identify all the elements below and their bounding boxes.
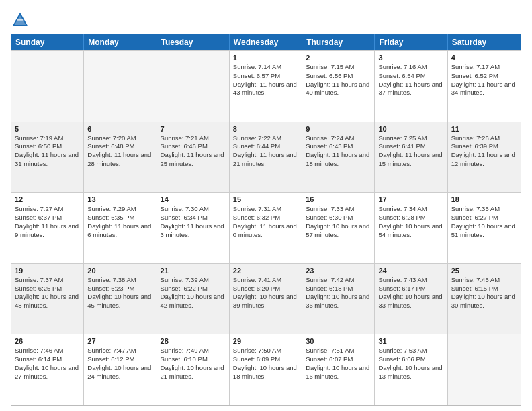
calendar: SundayMondayTuesdayWednesdayThursdayFrid… <box>11 34 521 406</box>
calendar-cell: 6Sunrise: 7:20 AM Sunset: 6:48 PM Daylig… <box>84 122 157 193</box>
calendar-cell: 15Sunrise: 7:31 AM Sunset: 6:32 PM Dayli… <box>230 193 302 263</box>
calendar-cell: 13Sunrise: 7:29 AM Sunset: 6:35 PM Dayli… <box>84 193 157 263</box>
calendar-cell: 24Sunrise: 7:43 AM Sunset: 6:17 PM Dayli… <box>375 264 447 334</box>
day-info: Sunrise: 7:31 AM Sunset: 6:32 PM Dayligh… <box>233 205 298 239</box>
day-number: 28 <box>161 337 226 345</box>
calendar-row-3: 19Sunrise: 7:37 AM Sunset: 6:25 PM Dayli… <box>11 263 521 334</box>
header-cell-saturday: Saturday <box>448 34 521 50</box>
day-number: 16 <box>306 195 371 203</box>
header-cell-friday: Friday <box>375 34 447 50</box>
day-number: 5 <box>15 125 80 133</box>
day-number: 3 <box>378 54 443 62</box>
day-number: 9 <box>306 125 371 133</box>
day-number: 31 <box>378 337 443 345</box>
day-info: Sunrise: 7:29 AM Sunset: 6:35 PM Dayligh… <box>87 205 152 239</box>
svg-rect-2 <box>17 19 23 21</box>
day-number: 23 <box>306 267 371 275</box>
day-info: Sunrise: 7:51 AM Sunset: 6:07 PM Dayligh… <box>306 347 371 381</box>
calendar-cell <box>448 334 521 405</box>
day-number: 7 <box>161 125 226 133</box>
day-number: 25 <box>451 267 517 275</box>
day-number: 2 <box>306 54 371 62</box>
calendar-row-4: 26Sunrise: 7:46 AM Sunset: 6:14 PM Dayli… <box>11 334 521 405</box>
day-info: Sunrise: 7:46 AM Sunset: 6:14 PM Dayligh… <box>15 347 80 381</box>
day-number: 27 <box>87 337 152 345</box>
calendar-row-1: 5Sunrise: 7:19 AM Sunset: 6:50 PM Daylig… <box>11 122 521 193</box>
day-number: 18 <box>451 195 517 203</box>
calendar-cell: 28Sunrise: 7:49 AM Sunset: 6:10 PM Dayli… <box>157 334 230 405</box>
calendar-cell: 19Sunrise: 7:37 AM Sunset: 6:25 PM Dayli… <box>11 264 84 334</box>
day-number: 17 <box>378 195 443 203</box>
calendar-row-0: 1Sunrise: 7:14 AM Sunset: 6:57 PM Daylig… <box>11 50 521 122</box>
day-number: 10 <box>378 125 443 133</box>
day-info: Sunrise: 7:27 AM Sunset: 6:37 PM Dayligh… <box>15 205 80 239</box>
day-number: 8 <box>233 125 298 133</box>
calendar-cell: 3Sunrise: 7:16 AM Sunset: 6:54 PM Daylig… <box>375 51 447 122</box>
day-info: Sunrise: 7:35 AM Sunset: 6:27 PM Dayligh… <box>451 205 517 239</box>
header-cell-thursday: Thursday <box>302 34 375 50</box>
day-number: 22 <box>233 267 298 275</box>
header <box>11 8 521 30</box>
calendar-cell: 2Sunrise: 7:15 AM Sunset: 6:56 PM Daylig… <box>302 51 375 122</box>
day-number: 1 <box>233 54 298 62</box>
day-info: Sunrise: 7:21 AM Sunset: 6:46 PM Dayligh… <box>161 134 226 169</box>
calendar-cell: 26Sunrise: 7:46 AM Sunset: 6:14 PM Dayli… <box>11 334 84 405</box>
day-number: 19 <box>15 267 80 275</box>
calendar-cell: 21Sunrise: 7:39 AM Sunset: 6:22 PM Dayli… <box>157 264 230 334</box>
calendar-cell: 17Sunrise: 7:34 AM Sunset: 6:28 PM Dayli… <box>375 193 447 263</box>
day-number: 4 <box>451 54 517 62</box>
calendar-cell: 18Sunrise: 7:35 AM Sunset: 6:27 PM Dayli… <box>448 193 521 263</box>
calendar-cell: 30Sunrise: 7:51 AM Sunset: 6:07 PM Dayli… <box>302 334 375 405</box>
header-cell-tuesday: Tuesday <box>157 34 230 50</box>
day-info: Sunrise: 7:26 AM Sunset: 6:39 PM Dayligh… <box>451 134 517 169</box>
day-number: 20 <box>87 267 152 275</box>
calendar-cell: 11Sunrise: 7:26 AM Sunset: 6:39 PM Dayli… <box>448 122 521 193</box>
calendar-cell: 31Sunrise: 7:53 AM Sunset: 6:06 PM Dayli… <box>375 334 447 405</box>
day-number: 29 <box>233 337 298 345</box>
day-number: 13 <box>87 195 152 203</box>
logo <box>11 11 31 30</box>
calendar-cell: 5Sunrise: 7:19 AM Sunset: 6:50 PM Daylig… <box>11 122 84 193</box>
day-info: Sunrise: 7:49 AM Sunset: 6:10 PM Dayligh… <box>161 347 226 381</box>
day-info: Sunrise: 7:41 AM Sunset: 6:20 PM Dayligh… <box>233 276 298 310</box>
day-number: 30 <box>306 337 371 345</box>
page: SundayMondayTuesdayWednesdayThursdayFrid… <box>0 0 532 411</box>
day-info: Sunrise: 7:45 AM Sunset: 6:15 PM Dayligh… <box>451 276 517 310</box>
day-number: 15 <box>233 195 298 203</box>
day-info: Sunrise: 7:30 AM Sunset: 6:34 PM Dayligh… <box>161 205 226 239</box>
day-info: Sunrise: 7:33 AM Sunset: 6:30 PM Dayligh… <box>306 205 371 239</box>
calendar-cell: 20Sunrise: 7:38 AM Sunset: 6:23 PM Dayli… <box>84 264 157 334</box>
calendar-cell: 12Sunrise: 7:27 AM Sunset: 6:37 PM Dayli… <box>11 193 84 263</box>
day-number: 6 <box>87 125 152 133</box>
calendar-cell: 27Sunrise: 7:47 AM Sunset: 6:12 PM Dayli… <box>84 334 157 405</box>
calendar-cell: 8Sunrise: 7:22 AM Sunset: 6:44 PM Daylig… <box>230 122 302 193</box>
day-info: Sunrise: 7:15 AM Sunset: 6:56 PM Dayligh… <box>306 63 371 97</box>
day-info: Sunrise: 7:17 AM Sunset: 6:52 PM Dayligh… <box>451 63 517 97</box>
day-info: Sunrise: 7:20 AM Sunset: 6:48 PM Dayligh… <box>87 134 152 169</box>
calendar-cell: 25Sunrise: 7:45 AM Sunset: 6:15 PM Dayli… <box>448 264 521 334</box>
calendar-cell: 14Sunrise: 7:30 AM Sunset: 6:34 PM Dayli… <box>157 193 230 263</box>
day-info: Sunrise: 7:16 AM Sunset: 6:54 PM Dayligh… <box>378 63 443 97</box>
day-number: 24 <box>378 267 443 275</box>
calendar-cell: 29Sunrise: 7:50 AM Sunset: 6:09 PM Dayli… <box>230 334 302 405</box>
calendar-cell: 9Sunrise: 7:24 AM Sunset: 6:43 PM Daylig… <box>302 122 375 193</box>
day-info: Sunrise: 7:14 AM Sunset: 6:57 PM Dayligh… <box>233 63 298 97</box>
calendar-cell: 7Sunrise: 7:21 AM Sunset: 6:46 PM Daylig… <box>157 122 230 193</box>
calendar-header-row: SundayMondayTuesdayWednesdayThursdayFrid… <box>11 34 521 50</box>
day-info: Sunrise: 7:43 AM Sunset: 6:17 PM Dayligh… <box>378 276 443 310</box>
calendar-body: 1Sunrise: 7:14 AM Sunset: 6:57 PM Daylig… <box>11 50 521 405</box>
day-info: Sunrise: 7:42 AM Sunset: 6:18 PM Dayligh… <box>306 276 371 310</box>
calendar-row-2: 12Sunrise: 7:27 AM Sunset: 6:37 PM Dayli… <box>11 192 521 263</box>
calendar-cell: 22Sunrise: 7:41 AM Sunset: 6:20 PM Dayli… <box>230 264 302 334</box>
calendar-cell: 16Sunrise: 7:33 AM Sunset: 6:30 PM Dayli… <box>302 193 375 263</box>
day-info: Sunrise: 7:53 AM Sunset: 6:06 PM Dayligh… <box>378 347 443 381</box>
day-number: 14 <box>161 195 226 203</box>
logo-icon <box>11 11 30 30</box>
day-info: Sunrise: 7:25 AM Sunset: 6:41 PM Dayligh… <box>378 134 443 169</box>
calendar-cell: 23Sunrise: 7:42 AM Sunset: 6:18 PM Dayli… <box>302 264 375 334</box>
day-info: Sunrise: 7:22 AM Sunset: 6:44 PM Dayligh… <box>233 134 298 169</box>
day-info: Sunrise: 7:34 AM Sunset: 6:28 PM Dayligh… <box>378 205 443 239</box>
header-cell-wednesday: Wednesday <box>230 34 302 50</box>
header-cell-sunday: Sunday <box>11 34 84 50</box>
header-cell-monday: Monday <box>84 34 157 50</box>
